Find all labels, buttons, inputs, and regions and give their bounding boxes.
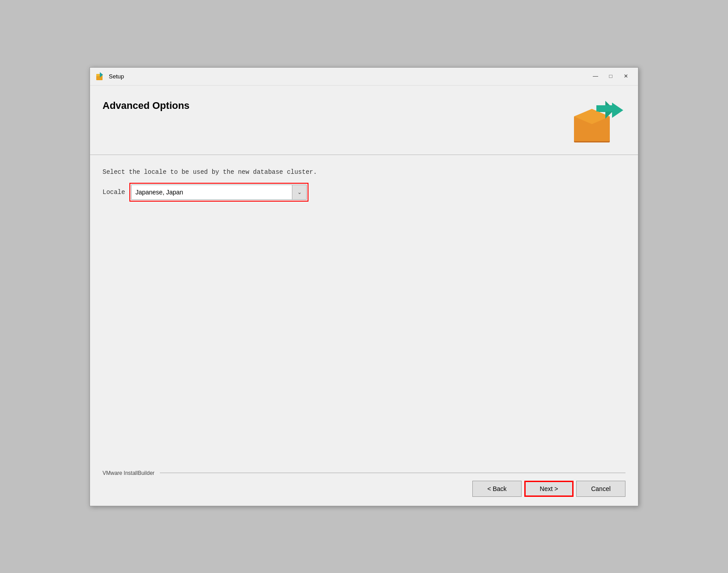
minimize-button[interactable]: —: [589, 71, 602, 81]
locale-select[interactable]: Japanese, Japan Default locale English, …: [131, 185, 292, 200]
footer-inner: VMware InstallBuilder: [103, 470, 625, 476]
brand-label: VMware InstallBuilder: [103, 470, 154, 476]
locale-select-wrapper[interactable]: Japanese, Japan Default locale English, …: [129, 183, 308, 202]
back-button[interactable]: < Back: [472, 481, 522, 497]
locale-label: Locale: [103, 189, 125, 196]
header-logo: [572, 96, 625, 146]
next-button[interactable]: Next >: [524, 481, 574, 497]
svg-rect-0: [96, 76, 103, 80]
app-icon: [95, 71, 105, 81]
maximize-button[interactable]: □: [604, 71, 617, 81]
close-button[interactable]: ✕: [619, 71, 633, 81]
locale-row: Locale Japanese, Japan Default locale En…: [103, 183, 625, 202]
page-header: Advanced Options: [90, 86, 638, 155]
cancel-button[interactable]: Cancel: [576, 481, 625, 497]
footer: VMware InstallBuilder < Back Next > Canc…: [90, 470, 638, 506]
description-text: Select the locale to be used by the new …: [103, 168, 625, 176]
content-area: Select the locale to be used by the new …: [90, 155, 638, 470]
footer-separator: [160, 473, 625, 473]
window-title: Setup: [109, 73, 589, 80]
svg-rect-9: [596, 105, 612, 112]
svg-marker-10: [612, 103, 623, 118]
window-controls: — □ ✕: [589, 71, 633, 81]
title-bar: Setup — □ ✕: [90, 68, 638, 86]
page-title: Advanced Options: [103, 100, 189, 112]
locale-dropdown-icon[interactable]: ⌄: [292, 185, 307, 200]
setup-window: Setup — □ ✕ Advanced Options: [90, 67, 638, 506]
